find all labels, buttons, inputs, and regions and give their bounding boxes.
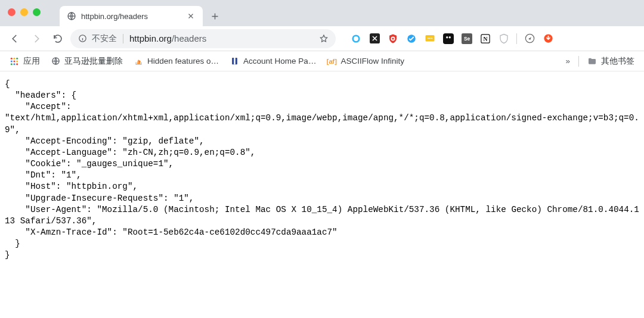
tab-title: httpbin.org/headers (81, 12, 181, 21)
apps-button[interactable]: 应用 (10, 56, 40, 67)
new-tab-button[interactable] (206, 8, 223, 24)
globe-icon (51, 57, 60, 66)
forward-button[interactable] (27, 30, 45, 48)
address-bar[interactable]: 不安全 httpbin.org/headers (70, 29, 336, 48)
reload-button[interactable] (49, 30, 67, 48)
blue-badge-icon[interactable] (405, 33, 417, 45)
bookmark-item-1[interactable]: Hidden features o… (134, 57, 219, 66)
back-button[interactable] (6, 30, 24, 48)
ublock-icon[interactable] (387, 33, 399, 45)
url-host: httpbin.org (129, 33, 172, 43)
svg-text:N: N (483, 35, 487, 42)
svg-point-27 (16, 63, 18, 65)
bookmark-star-icon[interactable] (319, 34, 329, 43)
svg-rect-10 (443, 33, 454, 44)
bookmark-item-2[interactable]: Account Home Pa… (230, 57, 316, 66)
svg-point-7 (428, 38, 429, 39)
svg-point-20 (13, 57, 15, 59)
page-content: { "headers": { "Accept": "text/html,appl… (0, 71, 644, 269)
toolbar: 不安全 httpbin.org/headers Se N (0, 26, 644, 51)
stackoverflow-icon (134, 57, 143, 66)
svg-point-12 (449, 36, 451, 38)
svg-point-25 (11, 63, 13, 65)
x-icon[interactable] (369, 33, 380, 45)
window-minimize-button[interactable] (20, 8, 28, 16)
bookmark-label: ASCIIFlow Infinity (340, 57, 404, 66)
svg-point-24 (16, 60, 18, 62)
asciiflow-icon: [af] (327, 57, 336, 66)
omnibox-divider (123, 34, 123, 43)
down-orange-icon[interactable] (542, 33, 554, 45)
browser-tab[interactable]: httpbin.org/headers (60, 6, 203, 26)
folder-icon (587, 57, 597, 66)
url-text: httpbin.org/headers (129, 33, 314, 43)
response-json: { "headers": { "Accept": "text/html,appl… (5, 79, 639, 261)
extension-icons: Se N (350, 33, 554, 45)
insecure-label: 不安全 (92, 33, 117, 44)
window-maximize-button[interactable] (33, 8, 41, 16)
other-bookmarks-label: 其他书签 (601, 56, 634, 67)
bookmark-item-3[interactable]: [af] ASCIIFlow Infinity (327, 57, 404, 66)
ring-blue-icon[interactable] (350, 33, 362, 45)
bookmark-label: 亚马逊批量删除 (64, 56, 123, 67)
window-controls (8, 8, 41, 16)
bookmark-label: Hidden features o… (147, 57, 219, 66)
globe-icon (67, 11, 76, 21)
toolbar-divider (516, 33, 517, 44)
site-icon (230, 57, 239, 66)
se-icon[interactable]: Se (461, 33, 473, 45)
bookbar-divider (578, 56, 579, 67)
bookmarks-bar: 应用 亚马逊批量删除 Hidden features o… Account Ho… (0, 51, 644, 71)
svg-point-19 (11, 57, 13, 59)
other-bookmarks-button[interactable]: 其他书签 (587, 56, 634, 67)
svg-point-26 (13, 63, 15, 65)
yellow-msg-icon[interactable] (424, 33, 436, 45)
svg-text:Se: Se (464, 36, 470, 42)
window-close-button[interactable] (8, 8, 16, 16)
apps-icon (10, 57, 19, 66)
bookmark-item-0[interactable]: 亚马逊批量删除 (51, 56, 123, 67)
notion-icon[interactable]: N (479, 33, 491, 45)
svg-point-11 (446, 36, 448, 38)
svg-point-22 (11, 60, 13, 62)
shield-icon[interactable] (498, 33, 510, 45)
pocket-icon[interactable] (442, 33, 454, 45)
bookmark-label: Account Home Pa… (243, 57, 316, 66)
compass-icon[interactable] (524, 33, 535, 45)
svg-point-23 (13, 60, 15, 62)
svg-point-21 (16, 57, 18, 59)
svg-rect-30 (234, 58, 236, 64)
svg-point-8 (429, 38, 431, 39)
tab-close-button[interactable] (186, 11, 196, 21)
url-path: /headers (172, 33, 206, 43)
tabs-container: httpbin.org/headers (60, 0, 223, 26)
bookmarks-overflow-button[interactable]: » (565, 57, 570, 66)
svg-point-9 (431, 38, 432, 39)
apps-label: 应用 (23, 56, 40, 67)
tab-strip: httpbin.org/headers (0, 0, 644, 26)
site-info-icon[interactable] (78, 34, 87, 43)
svg-point-2 (353, 35, 360, 42)
